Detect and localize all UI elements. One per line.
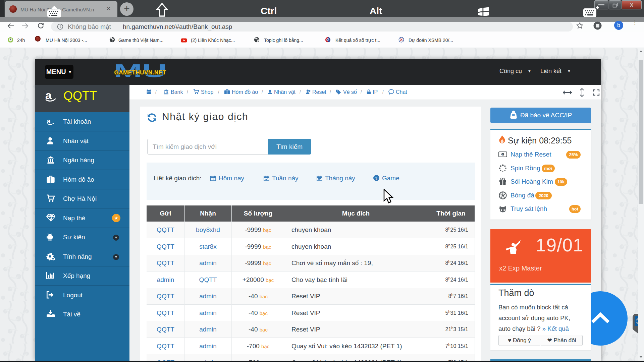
svg-text:1: 1 bbox=[502, 153, 504, 156]
svg-text:?: ? bbox=[375, 176, 378, 181]
